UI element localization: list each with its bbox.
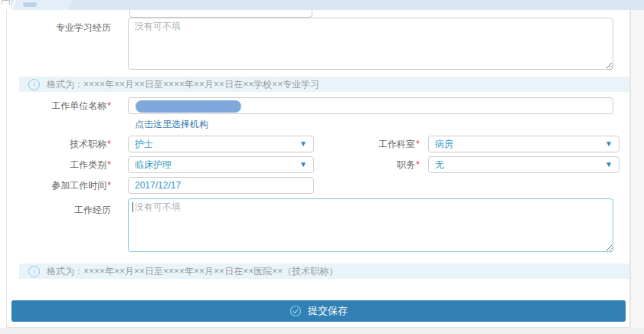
position-select[interactable]: 无 ▼: [428, 156, 619, 173]
browser-tab[interactable]: [11, 0, 72, 10]
tech-title-select[interactable]: 护士 ▼: [128, 136, 314, 152]
work-start-date-input[interactable]: [128, 177, 314, 194]
chevron-down-icon: ▼: [605, 140, 613, 148]
work-category-select[interactable]: 临床护理 ▼: [128, 156, 314, 173]
work-dept-label: 工作科室*: [305, 136, 420, 152]
work-start-date-label: 参加工作时间*: [7, 177, 111, 194]
study-format-note: 格式为：××××年××月××日至××××年××月××日在××学校××专业学习: [19, 77, 629, 92]
tech-title-label: 技术职称*: [7, 136, 111, 152]
required-asterisk: *: [107, 180, 111, 191]
submit-save-label: 提交保存: [308, 304, 348, 318]
info-icon: [28, 79, 40, 90]
required-asterisk: *: [107, 100, 111, 111]
work-experience-textarea[interactable]: [128, 198, 613, 252]
cropped-input-above[interactable]: [129, 9, 312, 18]
select-institution-link[interactable]: 点击这里选择机构: [135, 118, 208, 131]
position-label: 职务*: [305, 156, 420, 173]
work-format-note-text: 格式为：××××年××月××日至××××年××月××日在××医院××（技术职称）: [47, 265, 338, 278]
form-panel: 专业学习经历 格式为：××××年××月××日至××××年××月××日在××学校×…: [6, 10, 630, 328]
study-format-note-text: 格式为：××××年××月××日至××××年××月××日在××学校××专业学习: [47, 78, 319, 91]
top-tab-strip: [11, 0, 644, 10]
chevron-down-icon: ▼: [605, 161, 613, 169]
window-corner-mark: [2, 0, 10, 5]
required-asterisk: *: [107, 139, 111, 149]
work-category-value: 临床护理: [135, 159, 172, 171]
required-asterisk: *: [416, 139, 420, 149]
work-dept-value: 病房: [435, 138, 453, 150]
tab-favicon: [23, 2, 37, 7]
redaction-blob: [136, 100, 241, 113]
study-experience-textarea[interactable]: [128, 18, 613, 70]
required-asterisk: *: [107, 159, 111, 170]
position-value: 无: [435, 159, 444, 171]
submit-save-button[interactable]: 提交保存: [11, 300, 626, 322]
tech-title-value: 护士: [135, 138, 153, 150]
check-circle-icon: [289, 305, 302, 317]
work-experience-label: 工作经历: [7, 201, 111, 218]
right-gutter: [630, 10, 644, 328]
required-asterisk: *: [416, 159, 420, 170]
study-experience-label: 专业学习经历: [7, 19, 111, 36]
info-icon: [28, 266, 40, 277]
text-cursor: [132, 202, 133, 212]
work-format-note: 格式为：××××年××月××日至××××年××月××日在××医院××（技术职称）: [19, 264, 629, 279]
work-unit-label: 工作单位名称*: [7, 97, 111, 114]
work-dept-select[interactable]: 病房 ▼: [428, 136, 619, 152]
bottom-gutter: [0, 328, 644, 334]
work-unit-input[interactable]: [128, 97, 613, 114]
work-category-label: 工作类别*: [7, 156, 111, 173]
